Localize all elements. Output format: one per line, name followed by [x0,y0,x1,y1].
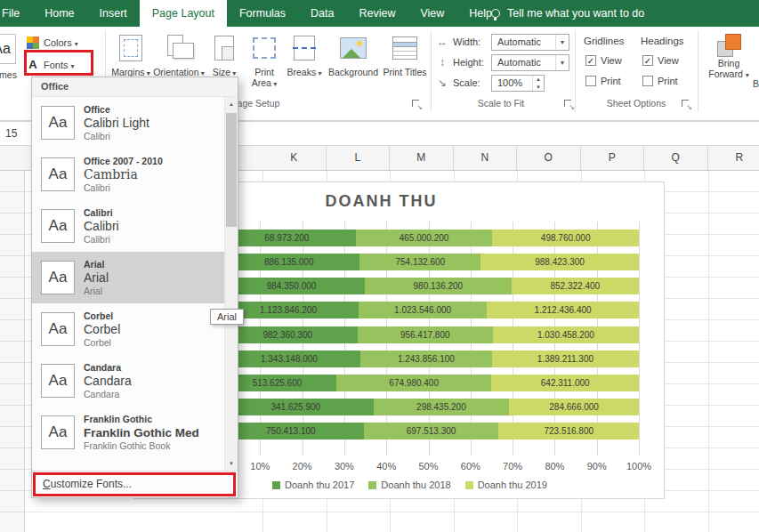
font-theme-item-office-2007-2010[interactable]: AaOffice 2007 - 2010CambriaCalibri [32,149,224,200]
headings-view-row[interactable]: View [642,55,679,66]
sheet-options-dialog-launcher[interactable] [682,100,691,109]
scale-spinner[interactable]: 100% ▲▼ [491,75,545,92]
tab-insert[interactable]: Insert [87,0,140,27]
tab-data[interactable]: Data [298,0,346,27]
print-area-button[interactable]: Print Area ▾ [244,30,285,90]
tab-file[interactable]: File [0,0,32,27]
font-primary-name: Candara [84,374,132,389]
font-secondary-name: Corbel [84,337,120,349]
legend-item: Doanh thu 2018 [368,480,450,490]
height-select[interactable]: Automatic ▾ [491,54,569,71]
ribbon-tab-bar: FileHomeInsertPage LayoutFormulasDataRev… [0,0,759,27]
column-header-q[interactable]: Q [644,146,708,170]
red-highlight-fonts [24,50,93,76]
colors-icon [27,36,39,49]
print-titles-button[interactable]: Print Titles [383,30,427,77]
headings-print-checkbox[interactable] [642,76,653,86]
scroll-up-icon[interactable]: ▲ [225,97,238,111]
row-header-strip [0,171,25,532]
column-header-l[interactable]: L [327,146,391,170]
gridlines-print-checkbox[interactable] [585,76,596,86]
font-secondary-name: Franklin Gothic Book [84,440,199,452]
tab-review[interactable]: Review [346,0,408,27]
chart-bar-row: 982.360.300956.417.8001.030.458.200 [218,326,639,343]
font-theme-item-candara[interactable]: AaCandaraCandaraCandara [32,355,224,407]
font-sample-aa: Aa [41,312,75,346]
column-header-p[interactable]: P [581,146,645,170]
colors-label: Colors [44,37,78,48]
legend-item: Doanh thu 2019 [465,480,547,490]
chart-data-label: 723.516.800 [544,426,593,436]
gridlines-view-row[interactable]: View [585,55,622,66]
width-select[interactable]: Automatic ▾ [491,34,569,51]
dropdown-arrow-icon: ▾ [271,80,277,88]
tab-home[interactable]: Home [32,0,86,27]
chart-plot-area: 68.973.200465.000.200498.760.000886.135.… [218,222,639,455]
scroll-down-icon[interactable]: ▼ [225,456,238,471]
font-primary-name: Cambria [84,167,163,182]
breaks-button[interactable]: Breaks ▾ [285,30,324,79]
scale-to-fit-dialog-launcher[interactable] [564,100,574,109]
scrollbar-thumb[interactable] [226,113,237,227]
chart-bar-row: 886.135.000754.132.600988.423.300 [218,254,639,270]
column-header-k[interactable]: K [262,146,327,170]
spinner-arrows-icon[interactable]: ▲▼ [532,76,544,91]
themes-button[interactable]: Aa [0,34,16,64]
column-header-r[interactable]: R [708,146,759,170]
chart-bar-row: 341.625.900298.435.200284.666.000 [218,399,639,415]
chart-data-label: 750.413.100 [266,426,316,436]
font-theme-name: Office [84,104,149,116]
font-primary-name: Franklin Gothic Med [84,425,199,440]
legend-item: Doanh thu 2017 [272,480,354,490]
arial-tooltip: Arial [210,309,244,325]
print-area-label: Print Area ▾ [244,67,285,90]
chart-bar-segment: 988.423.300 [480,254,639,270]
font-secondary-name: Calibri [84,182,163,194]
font-theme-item-office[interactable]: AaOfficeCalibri LightCalibri [32,97,224,149]
chart-bar-segment: 674.980.400 [336,375,492,391]
chevron-down-icon: ▾ [555,35,569,50]
gridlines-print-row[interactable]: Print [585,76,621,86]
column-header-m[interactable]: M [390,146,454,170]
red-highlight-customize-fonts [33,472,236,496]
tab-page-layout[interactable]: Page Layout [140,0,227,27]
font-theme-item-corbel[interactable]: AaCorbelCorbelCorbel [32,303,224,355]
gridlines-view-checkbox[interactable] [585,55,596,66]
font-theme-name: Franklin Gothic [84,414,199,425]
size-button[interactable]: Size ▾ [205,30,244,79]
background-button[interactable]: Background [324,30,383,77]
print-titles-icon [392,36,417,60]
margins-button[interactable]: Margins ▾ [109,30,153,79]
font-theme-item-calibri[interactable]: AaCalibriCalibriCalibri [32,200,224,252]
font-theme-item-franklin-gothic[interactable]: AaFranklin GothicFranklin Gothic MedFran… [32,407,224,458]
tell-me-label: Tell me what you want to do [507,7,644,20]
font-secondary-name: Arial [84,286,109,297]
chart-data-label: 1.343.148.000 [261,354,318,364]
font-theme-item-arial[interactable]: AaArialArialArial [32,252,224,303]
chart-bar-row: 984.350.000980.136.200852.322.400 [218,278,639,294]
x-axis-tick-label: 80% [535,461,574,472]
orientation-button[interactable]: Orientation ▾ [153,30,205,79]
legend-swatch-icon [272,481,280,489]
tab-view[interactable]: View [408,0,456,27]
font-sample-aa: Aa [41,415,75,449]
legend-label: Doanh thu 2018 [381,480,450,490]
font-sample-aa: Aa [41,157,75,191]
page-setup-dialog-launcher[interactable] [412,100,422,109]
font-secondary-name: Candara [84,389,132,400]
chart-data-label: 886.135.000 [264,257,314,267]
headings-view-checkbox[interactable] [642,55,653,66]
chart-data-label: 68.973.200 [264,233,309,243]
background-label: Background [328,67,378,77]
print-area-icon [253,37,276,59]
column-header-n[interactable]: N [454,146,518,170]
headings-print-row[interactable]: Print [642,76,678,86]
tell-me-box[interactable]: Tell me what you want to do [491,0,644,27]
x-axis-tick-label: 100% [619,461,658,472]
bring-forward-button[interactable]: Bring Forward ▾ [703,30,755,81]
tab-formulas[interactable]: Formulas [227,0,298,27]
column-header-o[interactable]: O [517,146,581,170]
font-primary-name: Arial [84,270,109,286]
scrollbar[interactable]: ▲ ▼ [224,97,238,471]
font-sample-aa: Aa [41,106,75,140]
